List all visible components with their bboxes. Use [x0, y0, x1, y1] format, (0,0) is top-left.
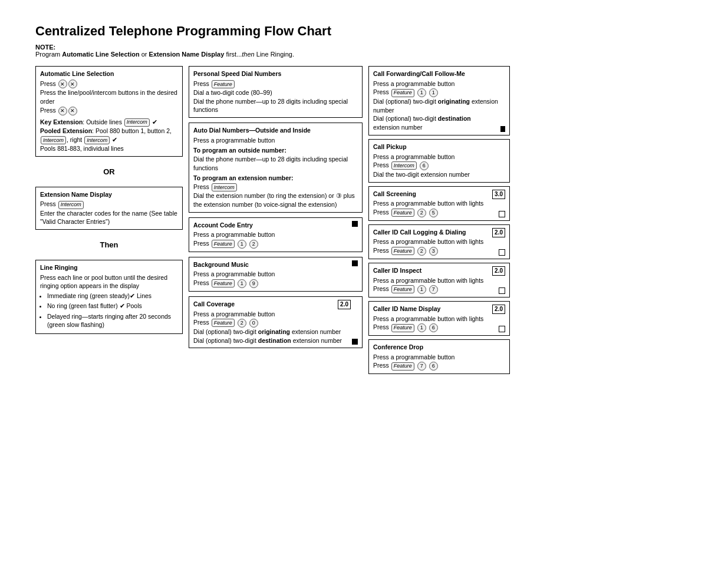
- call-forwarding-box: Call Forwarding/Call Follow-Me Press a p…: [368, 66, 510, 135]
- account-code-press2: Press Feature 1 2: [193, 239, 275, 249]
- call-coverage-press1: Press a programmable button: [193, 310, 351, 319]
- feature-btn2: Feature: [212, 240, 235, 248]
- btn-9b: 9: [249, 279, 258, 288]
- call-coverage-title: Call Coverage: [193, 300, 235, 309]
- caller-id-logging-title: Caller ID Call Logging & Dialing: [373, 228, 466, 237]
- intercom-btn1: Intercom: [124, 118, 150, 127]
- auto-line-instruction: Press the line/pool/intercom buttons in …: [40, 88, 178, 105]
- call-coverage-version: 2.0: [338, 300, 351, 309]
- cidl-press1: Press a programmable button with lights: [373, 237, 483, 246]
- auto-line-press2: Press ✕✕: [40, 106, 178, 115]
- caller-id-name-version: 2.0: [492, 305, 505, 314]
- auto-dial-title: Auto Dial Numbers—Outside and Inside: [193, 126, 358, 135]
- personal-speed-dial-title: Personal Speed Dial Numbers: [193, 70, 358, 78]
- flow-chart: Automatic Line Selection Press ✕✕ Press …: [35, 66, 693, 374]
- psd-press: Press Feature: [193, 80, 358, 88]
- key-extension-line: Key Extension: Outside lines Intercom ✔: [40, 118, 178, 127]
- feature-btn7: Feature: [391, 247, 414, 255]
- auto-line-selection-title: Automatic Line Selection: [40, 70, 178, 78]
- line-ringing-title: Line Ringing: [40, 263, 178, 272]
- intercom-btn6: Intercom: [391, 161, 417, 170]
- call-coverage-press2: Press Feature 2 0: [193, 318, 351, 328]
- checkbox-cs: [499, 211, 505, 217]
- btn-3cidl: 3: [429, 247, 438, 256]
- note-label: NOTE:: [35, 44, 55, 51]
- background-music-box: Background Music Press a programmable bu…: [189, 257, 363, 292]
- cii-press1: Press a programmable button with lights: [373, 276, 483, 285]
- extension-name-title: Extension Name Display: [40, 190, 178, 199]
- call-forwarding-title: Call Forwarding/Call Follow-Me: [373, 70, 505, 78]
- caller-id-logging-box: Caller ID Call Logging & Dialing 2.0 Pre…: [368, 224, 510, 259]
- ring-option-delayed: Delayed ring—starts ringing after 20 sec…: [47, 312, 178, 329]
- cp-press1: Press a programmable button: [373, 153, 505, 161]
- feature-btn10: Feature: [391, 362, 414, 371]
- line-ringing-box: Line Ringing Press each line or pool but…: [35, 260, 183, 334]
- account-code-press1: Press a programmable button: [193, 230, 275, 239]
- note-text: Program Automatic Line Selection or Exte…: [35, 51, 294, 58]
- auto-line-press1: Press ✕✕: [40, 80, 178, 89]
- then-label: Then: [35, 234, 183, 255]
- btn-x4: ✕: [68, 107, 77, 115]
- caller-id-inspect-box: Caller ID Inspect 2.0 Press a programmab…: [368, 263, 510, 297]
- call-coverage-orig: Dial (optional) two-digit originating ex…: [193, 328, 351, 336]
- intercom-btn2: Intercom: [41, 136, 66, 144]
- filled-square-account: [352, 221, 358, 227]
- personal-speed-dial-box: Personal Speed Dial Numbers Press Featur…: [189, 66, 363, 118]
- or-label: OR: [35, 161, 183, 182]
- cp-dial: Dial the two-digit extension number: [373, 170, 505, 179]
- cd-press1: Press a programmable button: [373, 353, 505, 362]
- ext-press-intercom: Press Intercom: [193, 183, 358, 191]
- caller-id-name-box: Caller ID Name Display 2.0 Press a progr…: [368, 301, 510, 336]
- bg-music-press2: Press Feature 1 9: [193, 279, 275, 288]
- checkbox-cidl: [499, 249, 505, 256]
- btn-x1: ✕: [58, 80, 67, 88]
- btn-2cidl: 2: [417, 247, 426, 256]
- btn-7cii: 7: [429, 285, 438, 294]
- cp-press2: Press Intercom 6: [373, 161, 505, 170]
- caller-id-logging-version: 2.0: [492, 228, 505, 237]
- caller-id-inspect-title: Caller ID Inspect: [373, 266, 421, 275]
- outside-number-instruction: Dial the phone number—up to 28 digits in…: [193, 155, 358, 172]
- line-ringing-list: Immediate ring (green steady)✔ Lines No …: [47, 292, 178, 329]
- bg-music-press1: Press a programmable button: [193, 270, 275, 279]
- cidl-press2: Press Feature 2 3: [373, 246, 483, 256]
- middle-column: Personal Speed Dial Numbers Press Featur…: [189, 66, 363, 348]
- call-pickup-title: Call Pickup: [373, 143, 505, 151]
- caller-id-name-title: Caller ID Name Display: [373, 305, 440, 313]
- ring-option-immediate: Immediate ring (green steady)✔ Lines: [47, 292, 178, 300]
- btn-1cii: 1: [417, 285, 426, 294]
- cf-press1: Press a programmable button: [373, 80, 505, 88]
- btn-2cs: 2: [417, 209, 426, 217]
- note-section: NOTE: Program Automatic Line Selection o…: [35, 44, 693, 58]
- cf-dest: Dial (optional) two-digit destination ex…: [373, 114, 499, 131]
- cs-press1: Press a programmable button with lights: [373, 199, 483, 208]
- extension-name-box: Extension Name Display Press Intercom En…: [35, 187, 183, 230]
- background-music-title: Background Music: [193, 260, 275, 269]
- filled-square-bgmusic: [352, 260, 358, 266]
- feature-btn3: Feature: [212, 279, 235, 287]
- btn-0c: 0: [249, 319, 258, 328]
- feature-btn6: Feature: [391, 209, 414, 217]
- feature-btn1: Feature: [212, 80, 235, 88]
- btn-x3: ✕: [58, 107, 67, 115]
- page-title: Centralized Telephone Programming Flow C…: [35, 24, 693, 39]
- btn-6cidn: 6: [429, 323, 438, 332]
- outside-number-title: To program an outside number:: [193, 146, 358, 155]
- conference-drop-box: Conference Drop Press a programmable but…: [368, 339, 510, 374]
- btn-6cd: 6: [429, 362, 438, 371]
- account-code-box: Account Code Entry Press a programmable …: [189, 217, 363, 252]
- call-screening-title: Call Screening: [373, 190, 416, 199]
- extension-name-press: Press Intercom: [40, 200, 178, 209]
- call-coverage-dest: Dial (optional) two-digit destination ex…: [193, 336, 351, 345]
- btn-1cidn: 1: [417, 323, 426, 332]
- btn-2c: 2: [238, 319, 246, 328]
- btn-1b: 1: [238, 279, 246, 288]
- extension-number-title: To program an extension number:: [193, 174, 358, 183]
- call-coverage-box: Call Coverage 2.0 Press a programmable b…: [189, 296, 363, 348]
- auto-line-selection-box: Automatic Line Selection Press ✕✕ Press …: [35, 66, 183, 157]
- left-column: Automatic Line Selection Press ✕✕ Press …: [35, 66, 183, 334]
- btn-x2: ✕: [68, 80, 77, 88]
- btn-1a: 1: [238, 240, 246, 249]
- conference-drop-title: Conference Drop: [373, 343, 505, 352]
- btn-5cs: 5: [429, 209, 438, 217]
